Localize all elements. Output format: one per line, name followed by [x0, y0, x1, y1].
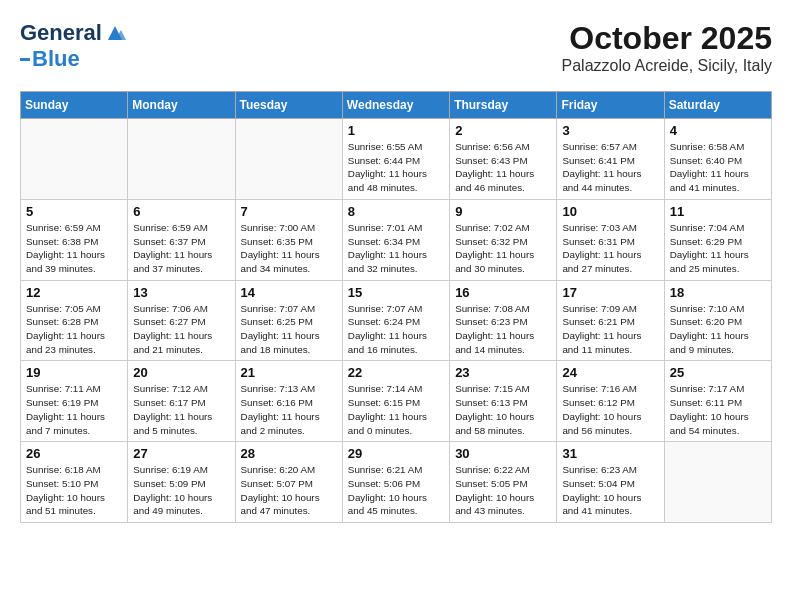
day-cell: 17Sunrise: 7:09 AMSunset: 6:21 PMDayligh…	[557, 280, 664, 361]
day-number: 4	[670, 123, 766, 138]
day-number: 16	[455, 285, 551, 300]
day-info: Sunrise: 6:57 AMSunset: 6:41 PMDaylight:…	[562, 140, 658, 195]
day-number: 27	[133, 446, 229, 461]
day-number: 19	[26, 365, 122, 380]
day-cell: 22Sunrise: 7:14 AMSunset: 6:15 PMDayligh…	[342, 361, 449, 442]
day-cell: 2Sunrise: 6:56 AMSunset: 6:43 PMDaylight…	[450, 119, 557, 200]
logo-general: General	[20, 20, 102, 46]
logo-icon	[104, 22, 126, 44]
day-cell: 15Sunrise: 7:07 AMSunset: 6:24 PMDayligh…	[342, 280, 449, 361]
day-info: Sunrise: 6:59 AMSunset: 6:38 PMDaylight:…	[26, 221, 122, 276]
week-row-4: 19Sunrise: 7:11 AMSunset: 6:19 PMDayligh…	[21, 361, 772, 442]
day-cell	[128, 119, 235, 200]
day-info: Sunrise: 7:15 AMSunset: 6:13 PMDaylight:…	[455, 382, 551, 437]
day-number: 2	[455, 123, 551, 138]
day-number: 5	[26, 204, 122, 219]
day-info: Sunrise: 7:03 AMSunset: 6:31 PMDaylight:…	[562, 221, 658, 276]
week-row-5: 26Sunrise: 6:18 AMSunset: 5:10 PMDayligh…	[21, 442, 772, 523]
calendar-table: SundayMondayTuesdayWednesdayThursdayFrid…	[20, 91, 772, 523]
day-number: 3	[562, 123, 658, 138]
day-info: Sunrise: 7:01 AMSunset: 6:34 PMDaylight:…	[348, 221, 444, 276]
day-info: Sunrise: 7:17 AMSunset: 6:11 PMDaylight:…	[670, 382, 766, 437]
day-cell: 18Sunrise: 7:10 AMSunset: 6:20 PMDayligh…	[664, 280, 771, 361]
calendar-header-row: SundayMondayTuesdayWednesdayThursdayFrid…	[21, 92, 772, 119]
day-number: 24	[562, 365, 658, 380]
month-title: October 2025	[562, 20, 772, 57]
day-cell	[664, 442, 771, 523]
day-info: Sunrise: 7:00 AMSunset: 6:35 PMDaylight:…	[241, 221, 337, 276]
day-cell: 9Sunrise: 7:02 AMSunset: 6:32 PMDaylight…	[450, 199, 557, 280]
day-cell	[235, 119, 342, 200]
header-thursday: Thursday	[450, 92, 557, 119]
day-cell: 3Sunrise: 6:57 AMSunset: 6:41 PMDaylight…	[557, 119, 664, 200]
day-info: Sunrise: 7:02 AMSunset: 6:32 PMDaylight:…	[455, 221, 551, 276]
day-info: Sunrise: 7:05 AMSunset: 6:28 PMDaylight:…	[26, 302, 122, 357]
week-row-2: 5Sunrise: 6:59 AMSunset: 6:38 PMDaylight…	[21, 199, 772, 280]
day-number: 22	[348, 365, 444, 380]
header-monday: Monday	[128, 92, 235, 119]
day-cell: 6Sunrise: 6:59 AMSunset: 6:37 PMDaylight…	[128, 199, 235, 280]
day-cell: 13Sunrise: 7:06 AMSunset: 6:27 PMDayligh…	[128, 280, 235, 361]
day-cell: 25Sunrise: 7:17 AMSunset: 6:11 PMDayligh…	[664, 361, 771, 442]
day-info: Sunrise: 6:56 AMSunset: 6:43 PMDaylight:…	[455, 140, 551, 195]
day-info: Sunrise: 6:21 AMSunset: 5:06 PMDaylight:…	[348, 463, 444, 518]
day-number: 29	[348, 446, 444, 461]
day-cell: 14Sunrise: 7:07 AMSunset: 6:25 PMDayligh…	[235, 280, 342, 361]
day-info: Sunrise: 7:12 AMSunset: 6:17 PMDaylight:…	[133, 382, 229, 437]
day-cell: 27Sunrise: 6:19 AMSunset: 5:09 PMDayligh…	[128, 442, 235, 523]
day-cell: 19Sunrise: 7:11 AMSunset: 6:19 PMDayligh…	[21, 361, 128, 442]
day-number: 7	[241, 204, 337, 219]
day-info: Sunrise: 6:19 AMSunset: 5:09 PMDaylight:…	[133, 463, 229, 518]
day-info: Sunrise: 6:20 AMSunset: 5:07 PMDaylight:…	[241, 463, 337, 518]
header-tuesday: Tuesday	[235, 92, 342, 119]
day-number: 18	[670, 285, 766, 300]
day-number: 26	[26, 446, 122, 461]
location: Palazzolo Acreide, Sicily, Italy	[562, 57, 772, 75]
day-cell: 26Sunrise: 6:18 AMSunset: 5:10 PMDayligh…	[21, 442, 128, 523]
day-cell: 7Sunrise: 7:00 AMSunset: 6:35 PMDaylight…	[235, 199, 342, 280]
title-section: October 2025 Palazzolo Acreide, Sicily, …	[562, 20, 772, 75]
day-number: 14	[241, 285, 337, 300]
day-info: Sunrise: 6:23 AMSunset: 5:04 PMDaylight:…	[562, 463, 658, 518]
day-info: Sunrise: 7:13 AMSunset: 6:16 PMDaylight:…	[241, 382, 337, 437]
day-cell: 12Sunrise: 7:05 AMSunset: 6:28 PMDayligh…	[21, 280, 128, 361]
day-cell: 5Sunrise: 6:59 AMSunset: 6:38 PMDaylight…	[21, 199, 128, 280]
day-number: 13	[133, 285, 229, 300]
day-number: 28	[241, 446, 337, 461]
day-info: Sunrise: 6:58 AMSunset: 6:40 PMDaylight:…	[670, 140, 766, 195]
day-cell: 20Sunrise: 7:12 AMSunset: 6:17 PMDayligh…	[128, 361, 235, 442]
logo-blue: Blue	[32, 46, 80, 72]
day-number: 12	[26, 285, 122, 300]
day-cell: 8Sunrise: 7:01 AMSunset: 6:34 PMDaylight…	[342, 199, 449, 280]
day-info: Sunrise: 6:59 AMSunset: 6:37 PMDaylight:…	[133, 221, 229, 276]
day-cell: 31Sunrise: 6:23 AMSunset: 5:04 PMDayligh…	[557, 442, 664, 523]
day-cell: 29Sunrise: 6:21 AMSunset: 5:06 PMDayligh…	[342, 442, 449, 523]
day-number: 17	[562, 285, 658, 300]
day-info: Sunrise: 6:55 AMSunset: 6:44 PMDaylight:…	[348, 140, 444, 195]
header-wednesday: Wednesday	[342, 92, 449, 119]
day-number: 6	[133, 204, 229, 219]
day-info: Sunrise: 7:07 AMSunset: 6:24 PMDaylight:…	[348, 302, 444, 357]
day-number: 1	[348, 123, 444, 138]
day-info: Sunrise: 7:16 AMSunset: 6:12 PMDaylight:…	[562, 382, 658, 437]
day-number: 8	[348, 204, 444, 219]
day-number: 15	[348, 285, 444, 300]
header-sunday: Sunday	[21, 92, 128, 119]
day-cell: 4Sunrise: 6:58 AMSunset: 6:40 PMDaylight…	[664, 119, 771, 200]
day-info: Sunrise: 7:07 AMSunset: 6:25 PMDaylight:…	[241, 302, 337, 357]
day-number: 25	[670, 365, 766, 380]
day-info: Sunrise: 7:06 AMSunset: 6:27 PMDaylight:…	[133, 302, 229, 357]
day-cell: 11Sunrise: 7:04 AMSunset: 6:29 PMDayligh…	[664, 199, 771, 280]
week-row-1: 1Sunrise: 6:55 AMSunset: 6:44 PMDaylight…	[21, 119, 772, 200]
day-number: 30	[455, 446, 551, 461]
day-info: Sunrise: 7:10 AMSunset: 6:20 PMDaylight:…	[670, 302, 766, 357]
day-info: Sunrise: 6:22 AMSunset: 5:05 PMDaylight:…	[455, 463, 551, 518]
day-info: Sunrise: 7:09 AMSunset: 6:21 PMDaylight:…	[562, 302, 658, 357]
day-cell: 16Sunrise: 7:08 AMSunset: 6:23 PMDayligh…	[450, 280, 557, 361]
day-info: Sunrise: 7:14 AMSunset: 6:15 PMDaylight:…	[348, 382, 444, 437]
day-cell: 24Sunrise: 7:16 AMSunset: 6:12 PMDayligh…	[557, 361, 664, 442]
day-number: 20	[133, 365, 229, 380]
day-number: 10	[562, 204, 658, 219]
day-number: 31	[562, 446, 658, 461]
day-cell	[21, 119, 128, 200]
